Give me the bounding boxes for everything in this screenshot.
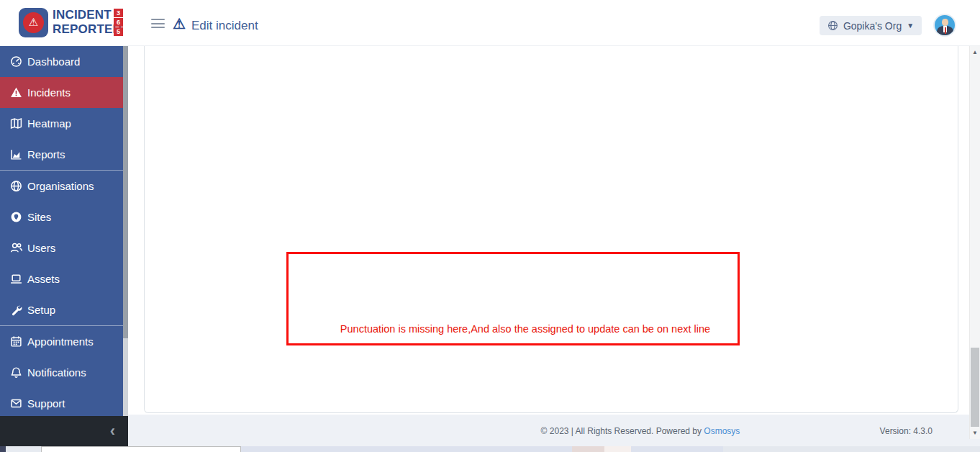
sidebar-item-label: Support — [27, 397, 65, 410]
version-label: Version: 4.3.0 — [880, 426, 933, 436]
logo-digit: 3 — [114, 9, 123, 17]
appointments-icon — [10, 335, 22, 348]
sidebar-scroll-thumb[interactable] — [123, 46, 128, 338]
sidebar-item-support[interactable]: Support — [0, 388, 128, 419]
sidebar-item-incidents[interactable]: Incidents — [0, 77, 128, 108]
scroll-thumb[interactable] — [971, 348, 979, 427]
org-label: Gopika's Org — [843, 20, 902, 32]
sidebar-item-reports[interactable]: Reports — [0, 139, 128, 170]
sidebar-nav: DashboardIncidentsHeatmapReportsOrganisa… — [0, 46, 128, 416]
globe-icon — [827, 20, 838, 31]
avatar-tie — [945, 27, 947, 34]
logo-warning-icon: ⚠ — [23, 12, 44, 33]
scroll-up-icon[interactable]: ▲ — [970, 49, 980, 55]
sidebar-scrollbar[interactable] — [123, 46, 128, 416]
screen-edge-artifact — [0, 446, 980, 452]
sidebar-item-label: Assets — [27, 273, 60, 285]
app-header: ⚠ INCIDENT REPORTER 3 6 5 ⚠ Edit inciden… — [0, 0, 980, 46]
footer: © 2023 | All Rights Reserved. Powered by… — [128, 415, 980, 446]
copyright-text: © 2023 | All Rights Reserved. Powered by… — [425, 426, 856, 436]
sidebar-item-label: Users — [27, 242, 55, 254]
logo-tile: ⚠ — [19, 8, 48, 37]
logo-365: 3 6 5 — [114, 9, 123, 36]
copyright-label: © 2023 | All Rights Reserved. Powered by — [541, 426, 704, 436]
heatmap-icon — [10, 117, 22, 130]
osmosys-link[interactable]: Osmosys — [704, 426, 740, 436]
sidebar-item-label: Incidents — [27, 86, 71, 99]
sidebar-item-label: Sites — [27, 211, 51, 223]
reports-icon — [10, 148, 22, 161]
sidebar-item-label: Appointments — [27, 335, 94, 348]
sidebar-item-label: Notifications — [27, 366, 86, 379]
sidebar-item-setup[interactable]: Setup — [0, 294, 128, 325]
sidebar-item-organisations[interactable]: Organisations — [0, 171, 128, 202]
chevron-down-icon: ▼ — [907, 22, 914, 30]
assets-icon — [10, 273, 22, 285]
setup-icon — [10, 304, 22, 316]
page-title: Edit incident — [191, 19, 258, 33]
organisations-icon — [10, 180, 22, 192]
sidebar-collapse-bar[interactable]: ‹ — [0, 416, 128, 446]
sidebar-item-sites[interactable]: Sites — [0, 202, 128, 232]
sidebar-item-appointments[interactable]: Appointments — [0, 326, 128, 357]
sidebar-item-label: Heatmap — [27, 117, 71, 130]
app-logo[interactable]: ⚠ INCIDENT REPORTER 3 6 5 — [0, 0, 128, 46]
page-scrollbar[interactable]: ▲ ▼ — [969, 46, 980, 439]
incident-warning-icon: ⚠ — [173, 15, 186, 32]
logo-text: INCIDENT REPORTER — [53, 8, 122, 37]
incidents-icon — [10, 86, 22, 99]
chevron-left-icon[interactable]: ‹ — [110, 423, 115, 439]
scroll-down-icon[interactable]: ▼ — [970, 430, 980, 436]
support-icon — [10, 397, 22, 410]
logo-digit: 5 — [114, 27, 123, 36]
sidebar-item-label: Reports — [27, 148, 65, 161]
sidebar-item-heatmap[interactable]: Heatmap — [0, 108, 128, 139]
sidebar-item-notifications[interactable]: Notifications — [0, 357, 128, 388]
sidebar-item-label: Organisations — [27, 180, 94, 192]
sidebar-item-label: Setup — [27, 304, 55, 316]
org-selector[interactable]: Gopika's Org ▼ — [820, 16, 922, 35]
sidebar-item-assets[interactable]: Assets — [0, 263, 128, 294]
logo-line1: INCIDENT — [53, 8, 122, 22]
logo-digit: 6 — [114, 18, 123, 27]
edit-incident-form-card — [144, 46, 958, 413]
sidebar-item-dashboard[interactable]: Dashboard — [0, 46, 128, 77]
sidebar-item-users[interactable]: Users — [0, 232, 128, 263]
sites-icon — [10, 211, 22, 223]
logo-line2: REPORTER — [53, 22, 122, 37]
dashboard-icon — [10, 55, 22, 68]
user-avatar[interactable] — [933, 14, 956, 37]
avatar-head — [942, 19, 948, 26]
notifications-icon — [10, 366, 22, 379]
sidebar-item-label: Dashboard — [27, 55, 80, 68]
users-icon — [10, 242, 22, 254]
menu-toggle-icon[interactable] — [151, 19, 165, 28]
